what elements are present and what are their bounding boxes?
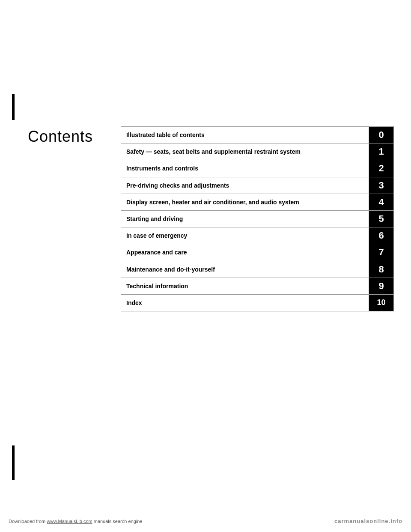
toc-label-8: Maintenance and do-it-yourself [121, 261, 369, 278]
toc-row-7[interactable]: Appearance and care 7 [121, 244, 394, 261]
footer-right: carmanualsonline.info [334, 518, 402, 524]
toc-number-2: 2 [369, 160, 394, 176]
toc-label-5: Starting and driving [121, 211, 369, 227]
page-title: Contents [28, 128, 93, 146]
toc-label-2: Instruments and controls [121, 160, 369, 176]
toc-number-0: 0 [369, 127, 394, 143]
toc-row-10[interactable]: Index 10 [121, 295, 394, 311]
toc-number-3: 3 [369, 177, 394, 194]
footer-download-text: Downloaded from [9, 519, 47, 524]
toc-number-10: 10 [369, 295, 394, 311]
toc-row-9[interactable]: Technical information 9 [121, 278, 394, 295]
toc-number-6: 6 [369, 227, 394, 244]
toc-row-4[interactable]: Display screen, heater and air condition… [121, 194, 394, 211]
toc-label-4: Display screen, heater and air condition… [121, 194, 369, 210]
toc-table: Illustrated table of contents 0 Safety —… [121, 126, 394, 311]
toc-label-9: Technical information [121, 278, 369, 294]
footer-suffix: manuals search engine [94, 519, 143, 524]
footer-left: Downloaded from www.ManualsLib.com manua… [9, 519, 142, 524]
toc-row-8[interactable]: Maintenance and do-it-yourself 8 [121, 261, 394, 278]
toc-number-9: 9 [369, 278, 394, 294]
toc-row-0[interactable]: Illustrated table of contents 0 [121, 126, 394, 143]
left-bar-top [12, 94, 15, 120]
left-bar-bottom [12, 445, 15, 480]
toc-label-7: Appearance and care [121, 244, 369, 260]
toc-number-5: 5 [369, 211, 394, 227]
toc-row-5[interactable]: Starting and driving 5 [121, 211, 394, 227]
toc-label-0: Illustrated table of contents [121, 127, 369, 143]
toc-label-6: In case of emergency [121, 227, 369, 244]
toc-row-6[interactable]: In case of emergency 6 [121, 227, 394, 244]
toc-number-4: 4 [369, 194, 394, 210]
toc-row-3[interactable]: Pre-driving checks and adjustments 3 [121, 177, 394, 194]
footer: Downloaded from www.ManualsLib.com manua… [0, 518, 411, 524]
toc-label-10: Index [121, 295, 369, 311]
toc-label-1: Safety — seats, seat belts and supplemen… [121, 143, 369, 160]
toc-number-7: 7 [369, 244, 394, 260]
toc-row-1[interactable]: Safety — seats, seat belts and supplemen… [121, 143, 394, 160]
toc-label-3: Pre-driving checks and adjustments [121, 177, 369, 194]
footer-link[interactable]: www.ManualsLib.com [47, 519, 92, 524]
toc-number-8: 8 [369, 261, 394, 278]
toc-row-2[interactable]: Instruments and controls 2 [121, 160, 394, 177]
toc-number-1: 1 [369, 143, 394, 160]
page-container: Contents Illustrated table of contents 0… [0, 0, 411, 532]
